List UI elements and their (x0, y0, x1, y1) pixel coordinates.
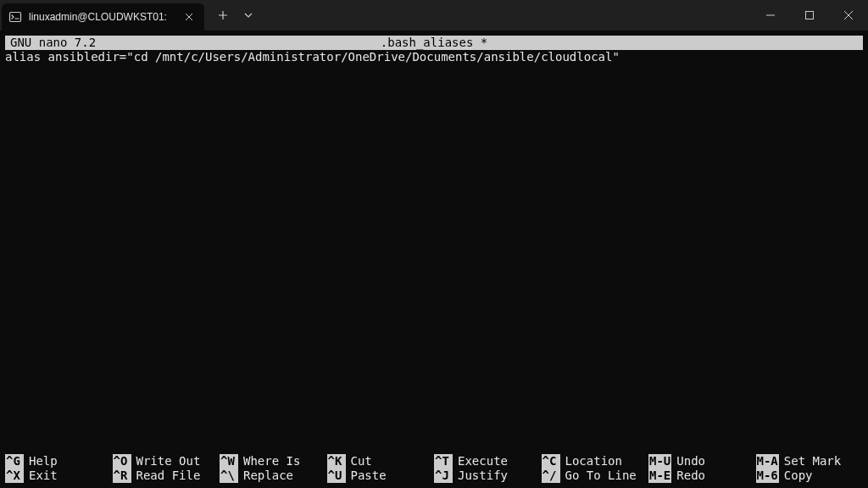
svg-rect-1 (806, 12, 814, 19)
shortcut-gotoline: ^/Go To Line (542, 469, 649, 483)
shortcut-setmark: M-ASet Mark (756, 454, 864, 469)
tab-title: linuxadmin@CLOUDWKST01: (29, 11, 167, 23)
terminal-icon (8, 10, 22, 24)
shortcut-help: ^GHelp (5, 454, 113, 469)
shortcut-execute: ^TExecute (434, 454, 542, 469)
shortcut-writeout: ^OWrite Out (113, 454, 220, 469)
nano-version: GNU nano 7.2 (5, 36, 96, 50)
shortcut-readfile: ^RRead File (113, 469, 220, 483)
shortcut-cut: ^KCut (327, 454, 435, 469)
shortcut-justify: ^JJustify (434, 469, 542, 483)
window-controls (751, 0, 868, 30)
window-titlebar: linuxadmin@CLOUDWKST01: (0, 0, 868, 30)
shortcut-replace: ^\Replace (220, 469, 327, 483)
shortcut-whereis: ^WWhere Is (220, 454, 327, 469)
tabs-area: linuxadmin@CLOUDWKST01: (0, 0, 260, 30)
new-tab-button[interactable] (209, 2, 236, 29)
shortcut-location: ^CLocation (542, 454, 649, 469)
shortcut-copy: M-6Copy (756, 469, 864, 483)
close-tab-button[interactable] (182, 10, 196, 24)
maximize-button[interactable] (790, 0, 829, 30)
editor-content[interactable]: alias ansibledir="cd /mnt/c/Users/Admini… (5, 50, 863, 64)
nano-shortcut-bar: ^GHelp ^OWrite Out ^WWhere Is ^KCut ^TEx… (5, 454, 863, 483)
minimize-button[interactable] (751, 0, 790, 30)
shortcut-exit: ^XExit (5, 469, 113, 483)
nano-titlebar: GNU nano 7.2 .bash_aliases * (5, 36, 863, 50)
tab-dropdown-button[interactable] (236, 2, 260, 29)
terminal-tab[interactable]: linuxadmin@CLOUDWKST01: (2, 3, 204, 30)
shortcut-undo: M-UUndo (648, 454, 756, 469)
close-window-button[interactable] (829, 0, 868, 30)
nano-filename: .bash_aliases * (0, 36, 868, 50)
shortcut-redo: M-ERedo (648, 469, 756, 483)
terminal-area[interactable]: GNU nano 7.2 .bash_aliases * alias ansib… (0, 30, 868, 488)
shortcut-paste: ^UPaste (327, 469, 435, 483)
svg-rect-0 (10, 13, 21, 22)
